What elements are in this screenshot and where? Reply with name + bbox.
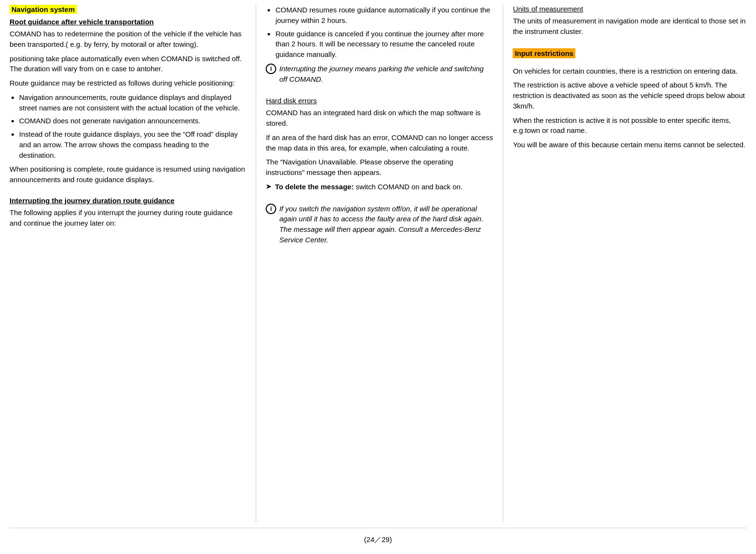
section5-para-2: The restriction is active above a vehicl… <box>513 80 746 111</box>
right-column: Units of measurement The units of measur… <box>503 5 746 523</box>
middle-column: COMAND resumes route guidance automatica… <box>256 5 503 523</box>
arrow-item: ➤ To delete the message: switch COMAND o… <box>266 182 493 192</box>
info-icon-1: i <box>266 64 276 74</box>
section5-para-1: On vehicles for certain countries, there… <box>513 66 746 76</box>
arrow-action: switch COMAND on and back on. <box>356 183 462 191</box>
section3-para-2: If an area of the hard disk has an error… <box>266 132 493 153</box>
page-container: Navigation system Root guidance after ve… <box>0 0 756 554</box>
section2-para: The following applies if you interrupt t… <box>10 207 246 228</box>
bullet-1: Navigation announcements, route guidance… <box>19 92 246 113</box>
section4-para-1: The units of measurement in navigation m… <box>513 16 746 37</box>
nav-system-badge: Navigation system <box>10 5 77 14</box>
section1-para-1: COMAND has to redetermine the position o… <box>10 29 246 50</box>
left-column: Navigation system Root guidance after ve… <box>10 5 256 523</box>
info-icon-2: i <box>266 204 276 214</box>
middle-bullet-list: COMAND resumes route guidance automatica… <box>266 5 493 60</box>
bullet-3: Instead of the route guidance displays, … <box>19 129 246 160</box>
info-block-2: i If you switch the navigation system of… <box>266 204 493 245</box>
middle-bullet-1: COMAND resumes route guidance automatica… <box>275 5 493 26</box>
middle-bullet-2: Route guidance is canceled if you contin… <box>275 29 493 60</box>
info-block-1: i Interrupting the journey means parking… <box>266 64 493 85</box>
arrow-icon: ➤ <box>266 182 272 191</box>
main-columns: Navigation system Root guidance after ve… <box>10 5 746 523</box>
section1-bullet-list: Navigation announcements, route guidance… <box>10 92 246 161</box>
info-text-block-2: If you switch the navigation system off/… <box>279 204 493 245</box>
section5-heading: Input restrictions <box>513 48 575 58</box>
section1-heading: Root guidance after vehicle transportati… <box>10 18 246 26</box>
bullet-2: COMAND does not generate navigation anno… <box>19 116 246 126</box>
section3-para-1: COMAND has an integrated hard disk on wh… <box>266 108 493 129</box>
section3-heading: Hard disk errors <box>266 97 493 105</box>
section3-para-3: The “Navigation Unavailable. Please obse… <box>266 157 493 178</box>
page-footer: (24／29) <box>10 528 746 544</box>
section4-heading: Units of measurement <box>513 5 746 13</box>
info-text-2: If you switch the navigation system off/… <box>279 205 483 223</box>
section2-heading: Interrupting the journey duration route … <box>10 196 246 205</box>
section1-para-2: positioning take place automatically eve… <box>10 54 246 75</box>
info-text-1: Interrupting the journey means parking t… <box>279 64 493 85</box>
section5-para-3: When the restriction is active it is not… <box>513 115 746 136</box>
section5-para-4: You will be aware of this because certai… <box>513 140 746 150</box>
page-number: (24／29) <box>364 535 392 543</box>
section1-para-3: Route guidance may be restricted as foll… <box>10 78 246 88</box>
arrow-label: To delete the message: <box>275 183 354 191</box>
info-text-3: The message will then appear again. Cons… <box>279 225 481 244</box>
arrow-text: To delete the message: switch COMAND on … <box>275 182 462 192</box>
section1-after: When positioning is complete, route guid… <box>10 164 246 185</box>
